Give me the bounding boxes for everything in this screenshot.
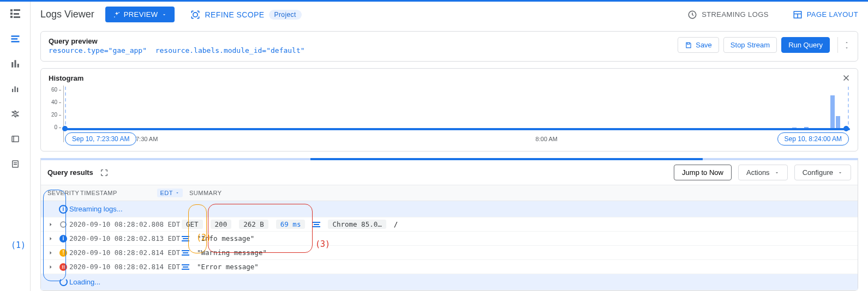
svg-rect-4	[14, 13, 19, 15]
col-timestamp: TIMESTAMP EDT	[80, 189, 189, 197]
chevron-up-icon	[843, 40, 850, 45]
severity-warning-icon: !	[57, 249, 69, 257]
query-preview-label: Query preview	[49, 37, 671, 45]
expand-details-icon[interactable]	[182, 236, 189, 241]
svg-rect-3	[14, 9, 20, 11]
svg-rect-8	[11, 41, 19, 43]
preview-button[interactable]: PREVIEW	[105, 7, 175, 22]
nav-logs-icon[interactable]	[9, 32, 22, 45]
slider-handle-start[interactable]	[62, 126, 68, 131]
nav-router-icon[interactable]	[9, 107, 22, 120]
timezone-label: EDT	[160, 190, 173, 196]
col-timestamp-label: TIMESTAMP	[80, 190, 117, 196]
log-row[interactable]: i 2020-09-10 08:28:02.813 EDT "Info mess…	[41, 232, 858, 246]
nav-metrics-icon[interactable]	[9, 82, 22, 95]
time-start-bubble[interactable]: Sep 10, 7:23:30 AM	[65, 132, 136, 146]
svg-rect-13	[14, 87, 15, 93]
http-user-agent: Chrome 85.0…	[328, 220, 386, 229]
layout-icon	[793, 10, 803, 20]
col-summary: SUMMARY	[189, 190, 851, 196]
stop-stream-button[interactable]: Stop Stream	[723, 37, 777, 53]
actions-label: Actions	[746, 168, 770, 177]
log-message: "Warning message"	[197, 248, 267, 257]
clock-icon	[687, 10, 697, 20]
run-query-button[interactable]: Run Query	[781, 37, 830, 53]
log-row[interactable]: 2020-09-10 08:28:02.808 EDT GET 200 262 …	[41, 217, 858, 232]
log-row[interactable]: !! 2020-09-10 08:28:02.814 EDT "Error me…	[41, 260, 858, 274]
histogram-close-button[interactable]	[841, 73, 851, 83]
save-icon	[685, 41, 692, 49]
sparkle-icon	[113, 11, 121, 19]
stop-stream-label: Stop Stream	[731, 41, 770, 49]
http-latency: 69 ms	[276, 220, 306, 229]
query-results-card: Query results Jump to Now Actions Config…	[40, 158, 858, 291]
query-preview-text[interactable]: resource.type="gae_app" resource.labels.…	[49, 46, 671, 54]
annotation-3: (3)	[315, 239, 330, 249]
spinner-icon	[59, 278, 68, 286]
y-tick: 0	[54, 124, 61, 130]
svg-rect-6	[11, 35, 19, 37]
expand-details-icon[interactable]	[182, 264, 189, 270]
histogram-card: Histogram 60 40 20 0	[40, 68, 858, 151]
actions-menu[interactable]: Actions	[738, 165, 788, 180]
expand-results-icon[interactable]	[100, 168, 109, 177]
jump-to-now-label: Jump to Now	[682, 168, 723, 177]
histogram-plot[interactable]: Sep 10, 7:23:30 AM Sep 10, 8:24:00 AM 7:…	[64, 86, 850, 142]
log-timestamp: 2020-09-10 08:28:02.813 EDT	[69, 234, 182, 242]
expand-details-icon[interactable]	[313, 222, 320, 227]
chevron-down-icon	[843, 46, 850, 50]
nav-docs-icon[interactable]	[9, 157, 22, 171]
expand-toggle[interactable]	[843, 40, 850, 50]
http-status: 200	[211, 220, 232, 229]
page-layout-button[interactable]: PAGE LAYOUT	[793, 10, 858, 20]
svg-rect-10	[14, 60, 16, 68]
jump-to-now-button[interactable]: Jump to Now	[674, 165, 732, 180]
range-start-line	[65, 87, 66, 130]
configure-menu[interactable]: Configure	[794, 165, 851, 180]
time-end-bubble[interactable]: Sep 10, 8:24:00 AM	[777, 132, 849, 146]
timezone-selector[interactable]: EDT	[157, 189, 183, 197]
nav-dashboard-icon[interactable]	[9, 57, 22, 70]
results-header-row: SEVERITY TIMESTAMP EDT SUMMARY	[41, 185, 858, 201]
histogram-y-axis: 60 40 20 0	[49, 86, 64, 142]
info-icon: i	[59, 205, 68, 214]
divider	[837, 37, 838, 53]
loading-text: Loading...	[69, 278, 100, 286]
caret-down-icon	[774, 170, 780, 175]
log-timestamp: 2020-09-10 08:28:02.814 EDT	[69, 248, 182, 257]
severity-default-icon	[57, 221, 69, 228]
expand-row-icon[interactable]	[47, 221, 57, 228]
run-query-label: Run Query	[788, 41, 823, 49]
severity-error-icon: !!	[57, 263, 69, 271]
range-end-line	[848, 87, 849, 130]
svg-point-17	[118, 12, 119, 13]
expand-row-icon[interactable]	[47, 250, 57, 256]
slider-handle-end[interactable]	[843, 126, 849, 131]
page-toolbar: Logs Viewer PREVIEW REFINE SCOPE Project…	[31, 2, 868, 28]
refine-scope-label: REFINE SCOPE	[205, 10, 265, 19]
streaming-logs-button[interactable]: STREAMING LOGS	[687, 10, 769, 20]
histogram-bar	[836, 116, 840, 129]
expand-details-icon[interactable]	[182, 250, 189, 256]
streaming-text: Streaming logs...	[69, 205, 123, 213]
severity-info-icon: i	[57, 235, 69, 242]
expand-row-icon[interactable]	[47, 235, 57, 242]
nav-storage-icon[interactable]	[9, 132, 22, 146]
loading-status-row: Loading...	[41, 274, 858, 290]
expand-row-icon[interactable]	[47, 264, 57, 270]
svg-point-18	[114, 16, 115, 17]
svg-rect-7	[11, 38, 17, 40]
col-severity: SEVERITY	[47, 190, 80, 196]
scope-target-icon	[190, 9, 201, 20]
refine-scope-button[interactable]: REFINE SCOPE Project	[190, 9, 302, 20]
svg-rect-1	[10, 13, 13, 15]
save-button-label: Save	[696, 41, 712, 49]
svg-rect-2	[10, 16, 13, 18]
caret-down-icon	[837, 170, 843, 175]
save-button[interactable]: Save	[678, 37, 719, 53]
preview-button-label: PREVIEW	[124, 10, 158, 19]
streaming-status-row: i Streaming logs...	[41, 201, 858, 217]
time-range-slider[interactable]	[64, 128, 850, 130]
log-row[interactable]: ! 2020-09-10 08:28:02.814 EDT "Warning m…	[41, 246, 858, 260]
svg-rect-14	[17, 88, 18, 92]
